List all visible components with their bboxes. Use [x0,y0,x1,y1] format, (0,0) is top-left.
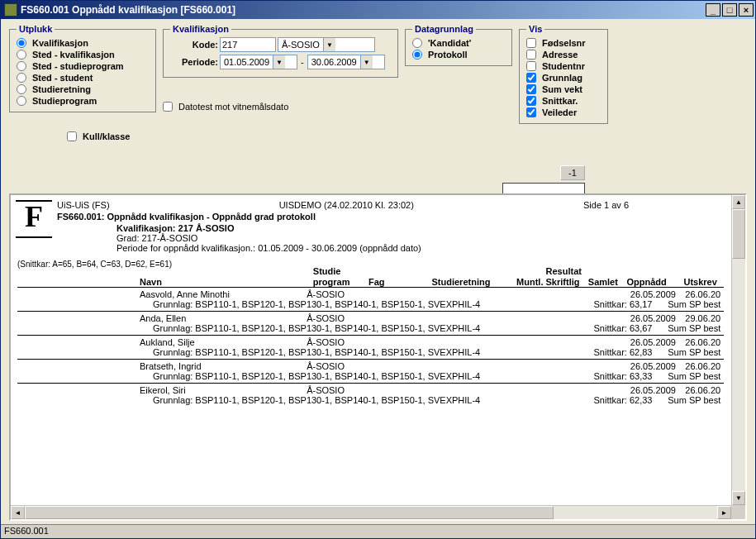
controls-area: Utplukk Kvalifikasjon Sted - kvalifikasj… [1,19,755,124]
vis-group: Vis Fødselsnr Adresse Studentnr Grunnlag… [519,24,608,124]
kvalifikasjon-group: Kvalifikasjon Kode: Å-SOSIO Periode: 01.… [163,24,398,78]
chevron-down-icon[interactable] [323,38,335,51]
horizontal-scrollbar[interactable]: ◄ ► [11,505,731,519]
student-snittkar: Snittkar: 62,33 [594,395,668,405]
student-program: Å-SOSIO [307,289,630,299]
report-viewport[interactable]: F UiS-UiS (FS) UISDEMO (24.02.2010 Kl. 2… [11,195,730,504]
student-sumsp: Sum SP best [668,299,724,309]
scroll-corner [731,505,745,519]
radio-studieprogram[interactable] [17,96,26,106]
label-grunnlag: Grunnlag [542,73,582,83]
col-studieprog-top: Studie [313,266,341,276]
datotest-checkbox[interactable] [163,102,173,112]
label-studieretning: Studieretning [32,84,91,94]
student-row: Eikerol, SiriÅ-SOSIO26.05.200926.06.20Gr… [17,383,724,407]
close-button[interactable]: × [739,3,754,17]
maximize-button[interactable]: □ [722,3,737,17]
minus-one-button[interactable]: -1 [560,165,585,180]
report-center: UISDEMO (24.02.2010 Kl. 23:02) [110,200,583,210]
vis-legend: Vis [526,24,544,34]
student-program: Å-SOSIO [307,361,630,371]
scroll-left-icon[interactable]: ◄ [11,506,25,519]
column-headers: Navn Studie program Fag Studieretning Mu… [17,277,724,287]
student-oppnadd: 26.05.2009 [630,313,685,323]
chk-snittkar[interactable] [526,96,536,106]
radio-sted-kvalifikasjon[interactable] [17,50,26,60]
vertical-scrollbar[interactable]: ▲ ▼ [731,195,745,505]
student-row: Aukland, SiljeÅ-SOSIO26.05.200926.06.20G… [17,335,724,359]
chk-studentnr[interactable] [526,61,536,71]
hscroll-thumb[interactable] [25,506,554,519]
report-logo: F [17,200,50,238]
statusbar-text: FS660.001 [4,526,49,536]
student-row: Aasvold, Anne MinothiÅ-SOSIO26.05.200926… [17,287,724,311]
student-grunnlag: Grunnlag: BSP110-1, BSP120-1, BSP130-1, … [153,323,594,333]
student-program: Å-SOSIO [307,313,630,323]
student-utskrev: 26.06.20 [685,289,724,299]
scroll-down-icon[interactable]: ▼ [732,491,745,505]
col-muntl: Muntl. [516,277,545,287]
report-org: UiS-UiS (FS) [57,200,110,210]
report-page: Side 1 av 6 [583,200,724,210]
datagrunnlag-legend: Datagrunnlag [412,24,476,34]
chk-kull-klasse[interactable] [67,131,77,141]
report-body: F UiS-UiS (FS) UISDEMO (24.02.2010 Kl. 2… [11,195,730,412]
label-kull-klasse: Kull/klasse [83,131,130,141]
kode-input[interactable] [220,37,276,52]
radio-sted-studieprogram[interactable] [17,61,26,71]
report-periode-line: Periode for oppnådd kvalifikasjon.: 01.0… [116,243,724,253]
student-oppnadd: 26.05.2009 [630,361,685,371]
student-name: Aasvold, Anne Minothi [140,289,307,299]
col-studieprog-bot: program [313,277,368,287]
student-utskrev: 29.06.20 [685,313,724,323]
col-fag: Fag [368,277,431,287]
periode-from-value: 01.05.2009 [221,55,273,69]
scroll-up-icon[interactable]: ▲ [732,195,745,209]
chk-sumvekt[interactable] [526,84,536,94]
label-sted-studieprogram: Sted - studieprogram [32,61,124,71]
label-kandidat: 'Kandidat' [428,38,471,48]
student-snittkar: Snittkar: 63,33 [594,371,668,381]
col-utskrev: Utskrev [683,277,724,287]
periode-to-value: 30.06.2009 [308,55,360,69]
student-name: Bratseth, Ingrid [140,361,307,371]
scroll-right-icon[interactable]: ► [717,506,731,519]
label-adresse: Adresse [542,50,578,60]
radio-kandidat[interactable] [412,38,422,48]
chk-grunnlag[interactable] [526,73,536,83]
col-resultat: Resultat [546,266,582,276]
col-oppnadd: Oppnådd [626,277,683,287]
kode-combo[interactable]: Å-SOSIO [278,37,375,52]
student-snittkar: Snittkar: 63,17 [594,299,668,309]
chk-adresse[interactable] [526,50,536,60]
titlebar: FS660.001 Oppnådd kvalifikasjon [FS660.0… [1,1,755,19]
chk-fodselsnr[interactable] [526,38,536,48]
radio-kvalifikasjon[interactable] [17,38,26,48]
report-frame: F UiS-UiS (FS) UISDEMO (24.02.2010 Kl. 2… [9,193,747,521]
minimize-button[interactable]: _ [706,3,720,17]
col-navn: Navn [140,277,313,287]
periode-from-combo[interactable]: 01.05.2009 [220,55,297,69]
radio-protokoll[interactable] [412,50,422,60]
student-name: Anda, Ellen [140,313,307,323]
report-kval-line: Kvalifikasjon: 217 Å-SOSIO [116,223,724,233]
datagrunnlag-group: Datagrunnlag 'Kandidat' Protokoll [405,24,512,66]
chk-veileder[interactable] [526,107,536,117]
periode-to-combo[interactable]: 30.06.2009 [307,55,385,69]
kode-label: Kode: [170,40,218,50]
radio-studieretning[interactable] [17,84,26,94]
col-skriftlig: Skriftlig [546,277,588,287]
student-program: Å-SOSIO [307,337,630,347]
label-protokoll: Protokoll [428,50,468,60]
radio-sted-student[interactable] [17,73,26,83]
vscroll-thumb[interactable] [732,209,745,259]
chevron-down-icon[interactable] [273,55,285,69]
app-window: FS660.001 Oppnådd kvalifikasjon [FS660.0… [0,0,756,539]
label-sted-student: Sted - student [32,73,93,83]
chevron-down-icon[interactable] [360,55,373,69]
report-title: FS660.001: Oppnådd kvalifikasjon - Oppnå… [57,212,724,222]
utplukk-group: Utplukk Kvalifikasjon Sted - kvalifikasj… [9,24,156,112]
student-sumsp: Sum SP best [668,395,724,405]
student-list: Aasvold, Anne MinothiÅ-SOSIO26.05.200926… [17,287,724,407]
label-sumvekt: Sum vekt [542,84,582,94]
